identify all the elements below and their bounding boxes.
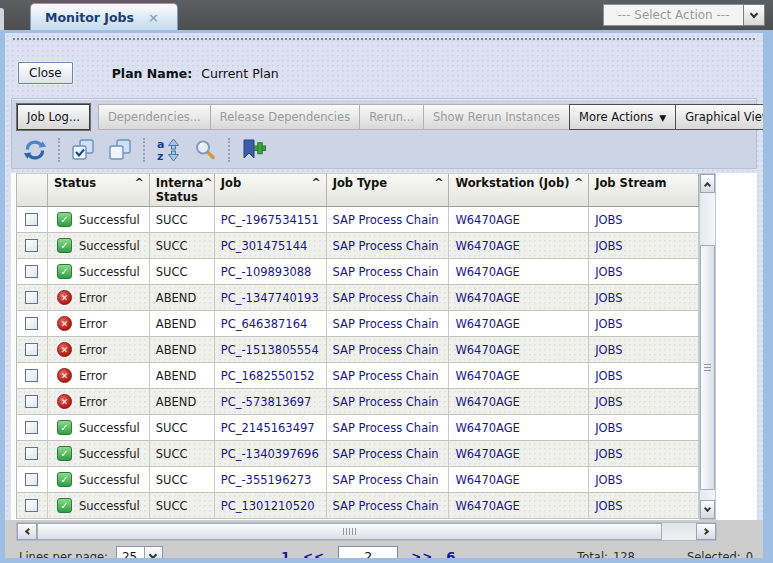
- row-checkbox[interactable]: [25, 213, 38, 226]
- horizontal-scrollbar[interactable]: [16, 522, 717, 541]
- jobs-table: Status ^ Interna ^ Status Job: [16, 173, 699, 519]
- row-checkbox[interactable]: [25, 499, 38, 512]
- job-stream-link[interactable]: JOBS: [595, 499, 622, 513]
- tab-close-icon[interactable]: ×: [148, 10, 159, 25]
- job-stream-link[interactable]: JOBS: [595, 213, 622, 227]
- error-icon: ✕: [57, 290, 72, 305]
- close-button[interactable]: Close: [18, 62, 73, 84]
- more-actions-button[interactable]: More Actions▼: [569, 104, 676, 130]
- search-icon[interactable]: [191, 137, 219, 163]
- select-action-dropdown[interactable]: --- Select Action ---: [603, 4, 765, 26]
- row-checkbox[interactable]: [25, 265, 38, 278]
- select-action-arrow-button[interactable]: [743, 4, 765, 26]
- rerun-button[interactable]: Rerun...: [359, 104, 424, 130]
- next-page-link[interactable]: >>: [411, 550, 433, 559]
- job-stream-link[interactable]: JOBS: [595, 265, 622, 279]
- lines-per-page-arrow-button[interactable]: [144, 547, 162, 558]
- job-log-button[interactable]: Job Log...: [17, 104, 90, 130]
- job-stream-link[interactable]: JOBS: [595, 343, 622, 357]
- dotted-divider: [13, 38, 755, 40]
- row-checkbox[interactable]: [25, 317, 38, 330]
- row-checkbox[interactable]: [25, 291, 38, 304]
- first-page-link[interactable]: 1: [281, 549, 290, 558]
- internal-status-text: SUCC: [156, 421, 188, 435]
- lines-per-page-value: 25: [117, 547, 144, 558]
- sort-caret-icon[interactable]: ^: [574, 176, 583, 189]
- row-checkbox[interactable]: [25, 369, 38, 382]
- job-stream-link[interactable]: JOBS: [595, 421, 622, 435]
- row-checkbox[interactable]: [25, 239, 38, 252]
- job-link[interactable]: PC_301475144: [221, 239, 308, 253]
- column-header-status[interactable]: Status ^: [48, 174, 150, 206]
- scroll-left-button[interactable]: [17, 523, 37, 540]
- scroll-right-button[interactable]: [696, 523, 716, 540]
- job-link[interactable]: PC_-1967534151: [221, 213, 319, 227]
- vertical-scroll-track[interactable]: [700, 193, 715, 500]
- lines-per-page-select[interactable]: 25: [116, 546, 163, 558]
- dependencies-button[interactable]: Dependencies...: [98, 104, 211, 130]
- column-header-workstation-job[interactable]: Workstation (Job) ^: [449, 174, 589, 206]
- status-text: Successful: [79, 447, 140, 461]
- column-header-job-type[interactable]: Job Type ^: [327, 174, 450, 206]
- scroll-up-button[interactable]: [700, 174, 715, 193]
- job-link[interactable]: PC_2145163497: [221, 421, 315, 435]
- last-page-link[interactable]: 6: [446, 549, 455, 558]
- current-page-input[interactable]: [338, 546, 398, 558]
- status-text: Error: [79, 369, 107, 383]
- workstation-text: W6470AGE: [455, 343, 519, 357]
- sort-caret-icon[interactable]: ^: [203, 176, 212, 190]
- job-link[interactable]: PC_646387164: [221, 317, 308, 331]
- table-row: ✓Successful SUCC PC_-1340397696 SAP Proc…: [17, 441, 699, 467]
- row-checkbox[interactable]: [25, 421, 38, 434]
- scroll-down-button[interactable]: [700, 500, 715, 519]
- status-text: Successful: [79, 421, 140, 435]
- job-link[interactable]: PC_-355196273: [221, 473, 312, 487]
- icon-toolbar: a z: [17, 136, 751, 164]
- success-icon: ✓: [57, 498, 72, 513]
- sort-caret-icon[interactable]: ^: [434, 176, 443, 189]
- job-link[interactable]: PC_1301210520: [221, 499, 315, 513]
- select-all-icon[interactable]: [69, 137, 97, 163]
- job-stream-link[interactable]: JOBS: [595, 239, 622, 253]
- job-stream-link[interactable]: JOBS: [595, 369, 622, 383]
- job-link[interactable]: PC_-1347740193: [221, 291, 319, 305]
- sort-caret-icon[interactable]: ^: [311, 176, 320, 189]
- column-header-job[interactable]: Job ^: [215, 174, 327, 206]
- job-stream-link[interactable]: JOBS: [595, 447, 622, 461]
- row-checkbox[interactable]: [25, 447, 38, 460]
- job-link[interactable]: PC_-1340397696: [221, 447, 319, 461]
- row-checkbox[interactable]: [25, 395, 38, 408]
- job-type-text: SAP Process Chain: [333, 343, 439, 357]
- job-stream-link[interactable]: JOBS: [595, 291, 622, 305]
- tab-monitor-jobs[interactable]: Monitor Jobs ×: [30, 3, 178, 30]
- vertical-scroll-thumb[interactable]: [700, 245, 715, 490]
- release-dependencies-button[interactable]: Release Dependencies: [210, 104, 360, 130]
- refresh-icon[interactable]: [21, 137, 49, 163]
- sort-icon[interactable]: a z: [154, 137, 182, 163]
- horizontal-scroll-thumb[interactable]: [37, 523, 662, 540]
- job-stream-link[interactable]: JOBS: [595, 395, 622, 409]
- row-checkbox[interactable]: [25, 473, 38, 486]
- success-icon: ✓: [57, 238, 72, 253]
- jobs-table-area: Status ^ Interna ^ Status Job: [11, 173, 757, 520]
- job-link[interactable]: PC_-109893088: [221, 265, 312, 279]
- add-bookmark-icon[interactable]: [239, 137, 267, 163]
- toolbar-separator: [58, 138, 60, 162]
- show-rerun-instances-button[interactable]: Show Rerun Instances: [423, 104, 570, 130]
- row-checkbox[interactable]: [25, 343, 38, 356]
- job-stream-link[interactable]: JOBS: [595, 317, 622, 331]
- deselect-all-icon[interactable]: [106, 137, 134, 163]
- column-header-internal-status[interactable]: Interna ^ Status: [150, 174, 215, 206]
- column-header-job-stream[interactable]: Job Stream: [589, 174, 699, 206]
- horizontal-scroll-track[interactable]: [37, 523, 696, 540]
- selected-label: Selected:: [687, 550, 741, 559]
- job-stream-link[interactable]: JOBS: [595, 473, 622, 487]
- graphical-views-button[interactable]: Graphical Views▼: [675, 104, 763, 130]
- job-link[interactable]: PC_-573813697: [221, 395, 312, 409]
- job-link[interactable]: PC_1682550152: [221, 369, 315, 383]
- sort-caret-icon[interactable]: ^: [135, 176, 144, 189]
- previous-page-link[interactable]: <<: [303, 550, 325, 559]
- job-link[interactable]: PC_-1513805554: [221, 343, 319, 357]
- vertical-scrollbar[interactable]: [699, 173, 716, 520]
- total-value: 128: [613, 550, 635, 559]
